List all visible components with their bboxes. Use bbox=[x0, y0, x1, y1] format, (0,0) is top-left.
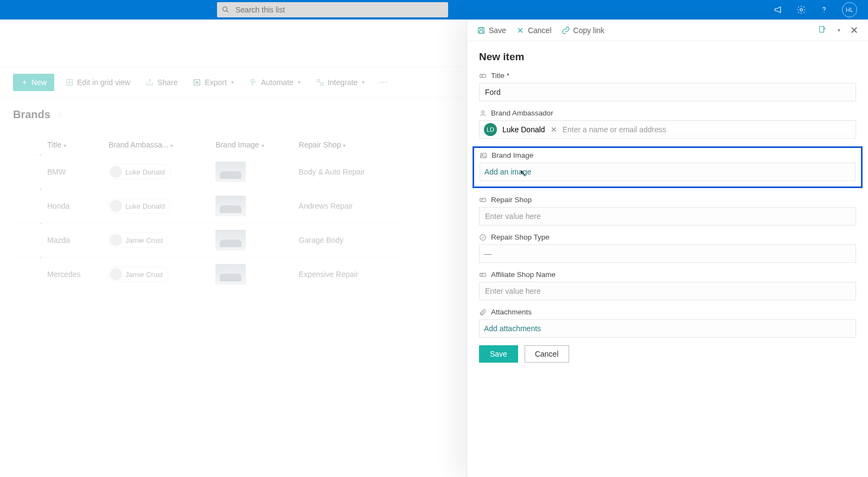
chevron-down-icon: ▾ bbox=[362, 79, 365, 85]
attachment-icon bbox=[479, 308, 487, 316]
chevron-down-icon: ▾ bbox=[231, 79, 234, 85]
cell-title: Honda bbox=[43, 189, 104, 223]
edit-in-grid-button[interactable]: Edit in grid view bbox=[61, 78, 135, 87]
people-picker-input[interactable] bbox=[563, 125, 851, 134]
choice-icon bbox=[479, 234, 487, 241]
col-image[interactable]: Brand Image▾ bbox=[211, 135, 294, 155]
repair-shop-input[interactable] bbox=[479, 207, 856, 225]
copy-link-button[interactable]: Copy link bbox=[561, 26, 605, 35]
svg-point-0 bbox=[223, 7, 227, 11]
export-button[interactable]: Export ▾ bbox=[188, 78, 238, 87]
new-button[interactable]: New bbox=[13, 74, 54, 91]
panel-cancel-label: Cancel bbox=[528, 26, 552, 35]
favorite-star-icon[interactable]: ☆ bbox=[56, 109, 63, 120]
svg-point-3 bbox=[824, 12, 824, 12]
search-input[interactable] bbox=[235, 5, 444, 14]
new-item-panel: Save Cancel Copy link ▾ ✕ New item Title… bbox=[467, 20, 868, 477]
text-field-icon bbox=[479, 196, 487, 204]
integrate-button[interactable]: Integrate ▾ bbox=[311, 78, 369, 87]
avatar-icon bbox=[110, 166, 122, 178]
field-affiliate-shop: Affiliate Shop Name bbox=[479, 270, 856, 300]
svg-rect-13 bbox=[480, 27, 482, 29]
svg-rect-24 bbox=[480, 198, 486, 202]
image-icon bbox=[480, 152, 487, 159]
megaphone-icon[interactable] bbox=[774, 5, 783, 15]
remove-person-icon[interactable]: ✕ bbox=[551, 125, 557, 134]
repair-type-value: — bbox=[484, 249, 492, 258]
panel-cancel-button[interactable]: Cancel bbox=[516, 26, 552, 35]
cell-repair: Expensive Repair bbox=[295, 257, 404, 292]
svg-point-23 bbox=[482, 154, 483, 155]
copy-link-label: Copy link bbox=[573, 26, 605, 35]
add-attachments-link[interactable]: Add attachments bbox=[484, 324, 541, 333]
automate-label: Automate bbox=[261, 78, 293, 87]
cancel-button[interactable]: Cancel bbox=[525, 345, 569, 363]
field-repair-shop: Repair Shop bbox=[479, 196, 856, 225]
field-repair-label: Repair Shop bbox=[491, 196, 532, 204]
person-pill[interactable]: Jamie Crust bbox=[108, 267, 169, 282]
title-input[interactable] bbox=[479, 83, 856, 101]
avatar-icon bbox=[110, 268, 122, 280]
save-button[interactable]: Save bbox=[479, 345, 518, 363]
cell-title: Mazda bbox=[43, 223, 104, 257]
edit-in-grid-label: Edit in grid view bbox=[77, 78, 130, 87]
brand-image-thumb bbox=[215, 196, 246, 216]
table-row[interactable]: Mazda Jamie Crust Garage Body bbox=[13, 223, 404, 257]
new-button-label: New bbox=[31, 78, 47, 87]
cell-title: Mercedes bbox=[43, 257, 104, 292]
search-icon bbox=[221, 5, 230, 14]
field-affiliate-label: Affiliate Shop Name bbox=[491, 270, 556, 279]
col-repair[interactable]: Repair Shop▾ bbox=[295, 135, 404, 155]
image-picker[interactable]: Add an image bbox=[480, 163, 856, 181]
field-attachments: Attachments Add attachments bbox=[479, 308, 856, 338]
attachments-box[interactable]: Add attachments bbox=[479, 319, 856, 338]
gear-icon[interactable] bbox=[796, 5, 806, 15]
repair-shop-type-select[interactable]: — bbox=[479, 244, 856, 263]
chevron-down-icon[interactable]: ▾ bbox=[838, 27, 840, 33]
brand-image-thumb bbox=[215, 162, 246, 182]
cell-repair: Andrews Repair bbox=[295, 189, 404, 223]
field-repair-shop-type: Repair Shop Type — bbox=[479, 233, 856, 263]
brand-image-thumb bbox=[215, 230, 246, 250]
field-brand-ambassador: Brand Ambassador LD Luke Donald ✕ bbox=[479, 109, 856, 139]
suite-header: HL bbox=[0, 0, 868, 20]
panel-body: New item Title * Brand Ambassador LD Luk… bbox=[467, 41, 868, 372]
search-box[interactable] bbox=[217, 2, 448, 17]
col-ambassador[interactable]: Brand Ambassa...▾ bbox=[104, 135, 211, 155]
person-pill[interactable]: Jamie Crust bbox=[108, 233, 169, 248]
form-edit-icon[interactable] bbox=[818, 25, 827, 35]
close-panel-button[interactable]: ✕ bbox=[850, 24, 858, 36]
avatar-icon bbox=[110, 200, 122, 212]
panel-save-button[interactable]: Save bbox=[477, 26, 506, 35]
automate-button[interactable]: Automate ▾ bbox=[245, 78, 305, 87]
people-picker[interactable]: LD Luke Donald ✕ bbox=[479, 120, 856, 139]
person-pill[interactable]: Luke Donald bbox=[108, 164, 171, 179]
list-table: Title▾ Brand Ambassa...▾ Brand Image▾ Re… bbox=[13, 135, 404, 291]
add-image-link[interactable]: Add an image bbox=[484, 167, 531, 176]
list-title: Brands bbox=[13, 108, 50, 121]
field-repair-type-label: Repair Shop Type bbox=[491, 233, 550, 241]
table-row[interactable]: BMW Luke Donald Body & Auto Repair bbox=[13, 155, 404, 189]
brand-image-section-highlight: Brand Image Add an image ↖ bbox=[473, 146, 863, 188]
svg-point-21 bbox=[482, 111, 484, 113]
svg-point-2 bbox=[800, 9, 803, 11]
share-button[interactable]: Share bbox=[141, 78, 182, 87]
affiliate-shop-input[interactable] bbox=[479, 282, 856, 300]
help-icon[interactable] bbox=[819, 5, 829, 15]
cell-repair: Body & Auto Repair bbox=[295, 155, 404, 189]
panel-save-label: Save bbox=[489, 26, 506, 35]
svg-rect-11 bbox=[320, 82, 323, 85]
field-title-label: Title * bbox=[491, 72, 509, 80]
col-title[interactable]: Title▾ bbox=[43, 135, 104, 155]
table-row[interactable]: Mercedes Jamie Crust Expensive Repair bbox=[13, 257, 404, 292]
person-pill[interactable]: Luke Donald bbox=[108, 198, 171, 214]
person-icon bbox=[479, 109, 487, 117]
field-title: Title * bbox=[479, 72, 856, 101]
svg-rect-28 bbox=[480, 273, 486, 276]
cell-title: BMW bbox=[43, 155, 104, 189]
field-image-label: Brand Image bbox=[492, 151, 533, 159]
overflow-button[interactable]: ⋯ bbox=[375, 78, 392, 87]
person-chip-avatar: LD bbox=[484, 123, 497, 136]
table-row[interactable]: Honda Luke Donald Andrews Repair bbox=[13, 189, 404, 223]
user-avatar[interactable]: HL bbox=[842, 2, 857, 17]
